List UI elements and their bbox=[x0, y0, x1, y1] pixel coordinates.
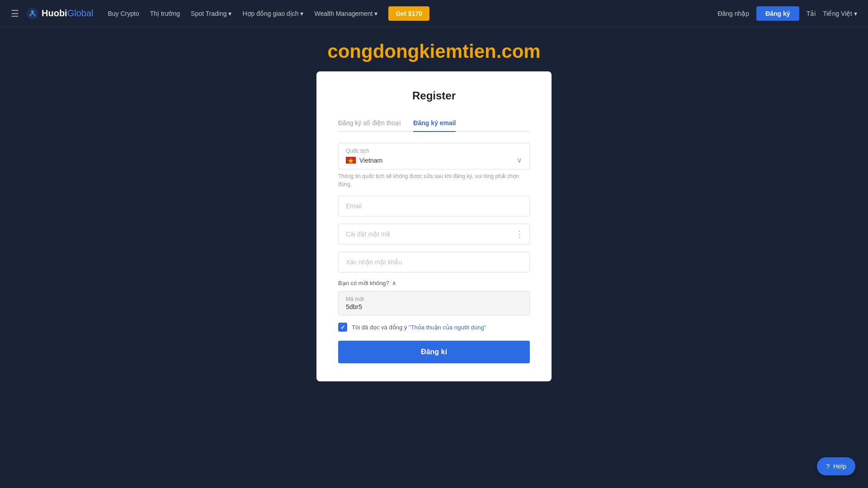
nav-contracts[interactable]: Hợp đồng giao dịch ▾ bbox=[242, 10, 303, 17]
navbar: ☰ Huobi Global Buy Crypto Thị trường Spo… bbox=[0, 0, 868, 27]
country-field-group: Quốc tịch Vietnam ∨ Thông tin quốc tịch … bbox=[338, 143, 530, 188]
nav-spot-trading[interactable]: Spot Trading ▾ bbox=[191, 10, 231, 17]
country-hint: Thông tin quốc tịch sẽ không được sửa sa… bbox=[338, 172, 530, 188]
nav-links: Buy Crypto Thị trường Spot Trading ▾ Hợp… bbox=[108, 6, 717, 21]
chevron-down-icon: ▾ bbox=[374, 10, 377, 17]
referral-code-wrapper: Mã mới 5dbr5 bbox=[338, 291, 530, 315]
password-more-icon[interactable]: ⋮ bbox=[515, 229, 524, 239]
country-label: Quốc tịch bbox=[346, 148, 522, 154]
chevron-down-icon: ▾ bbox=[300, 10, 303, 17]
svg-point-1 bbox=[31, 10, 34, 13]
register-form-card: Register Đăng ký số điện thoại Đăng ký e… bbox=[316, 71, 552, 381]
language-selector[interactable]: Tiếng Việt ▾ bbox=[823, 10, 857, 17]
watermark-text: congdongkiemtien.com bbox=[0, 27, 868, 71]
confirm-password-field-group bbox=[338, 252, 530, 272]
download-link[interactable]: Tải bbox=[807, 10, 816, 17]
login-link[interactable]: Đăng nhập bbox=[717, 10, 749, 17]
password-field-group: ⋮ bbox=[338, 224, 530, 244]
form-title: Register bbox=[338, 89, 530, 102]
nav-buy-crypto[interactable]: Buy Crypto bbox=[108, 10, 139, 17]
email-field-group bbox=[338, 196, 530, 216]
register-tabs: Đăng ký số điện thoại Đăng ký email bbox=[338, 115, 530, 132]
logo-global: Global bbox=[67, 8, 94, 19]
country-flag-name: Vietnam bbox=[346, 157, 382, 164]
form-wrapper: Register Đăng ký số điện thoại Đăng ký e… bbox=[0, 71, 868, 399]
terms-checkbox-row: ✓ Tôi đã đọc và đồng ý "Thỏa thuận của n… bbox=[338, 323, 530, 332]
hamburger-icon[interactable]: ☰ bbox=[11, 8, 19, 19]
submit-button[interactable]: Đăng kí bbox=[338, 341, 530, 363]
nav-market[interactable]: Thị trường bbox=[150, 10, 180, 17]
get-bonus-button[interactable]: Get $170 bbox=[388, 6, 429, 21]
nav-right: Đăng nhập Đăng ký Tải Tiếng Việt ▾ bbox=[717, 6, 857, 21]
terms-checkbox[interactable]: ✓ bbox=[338, 323, 347, 332]
chevron-down-icon: ▾ bbox=[228, 10, 231, 17]
referral-code-value: 5dbr5 bbox=[346, 303, 522, 310]
referral-toggle-label: Bạn có mời không? bbox=[338, 280, 389, 286]
vietnam-flag-icon bbox=[346, 157, 356, 164]
confirm-password-input[interactable] bbox=[338, 252, 530, 272]
password-wrapper: ⋮ bbox=[338, 224, 530, 244]
logo-huobi: Huobi bbox=[42, 8, 67, 19]
chevron-down-icon: ∨ bbox=[517, 156, 522, 164]
tab-phone[interactable]: Đăng ký số điện thoại bbox=[338, 115, 401, 132]
email-input[interactable] bbox=[338, 196, 530, 216]
country-select[interactable]: Quốc tịch Vietnam ∨ bbox=[338, 143, 530, 169]
country-value-row: Vietnam ∨ bbox=[346, 156, 522, 164]
terms-label: Tôi đã đọc và đồng ý "Thỏa thuận của ngư… bbox=[352, 324, 486, 331]
terms-link[interactable]: "Thỏa thuận của người dùng" bbox=[409, 324, 486, 331]
checkmark-icon: ✓ bbox=[340, 324, 345, 331]
password-input[interactable] bbox=[338, 224, 530, 244]
tab-email[interactable]: Đăng ký email bbox=[413, 115, 456, 132]
country-name: Vietnam bbox=[359, 157, 382, 164]
logo: Huobi Global bbox=[26, 7, 93, 20]
help-button[interactable]: ? Help bbox=[817, 457, 855, 475]
chevron-up-icon: ∧ bbox=[392, 280, 396, 286]
register-button[interactable]: Đăng ký bbox=[756, 6, 799, 21]
referral-code-label: Mã mới bbox=[346, 296, 522, 302]
referral-toggle[interactable]: Bạn có mời không? ∧ bbox=[338, 280, 530, 286]
help-icon: ? bbox=[826, 463, 830, 470]
chevron-down-icon: ▾ bbox=[854, 10, 857, 17]
nav-wealth[interactable]: Wealth Management ▾ bbox=[314, 10, 377, 17]
